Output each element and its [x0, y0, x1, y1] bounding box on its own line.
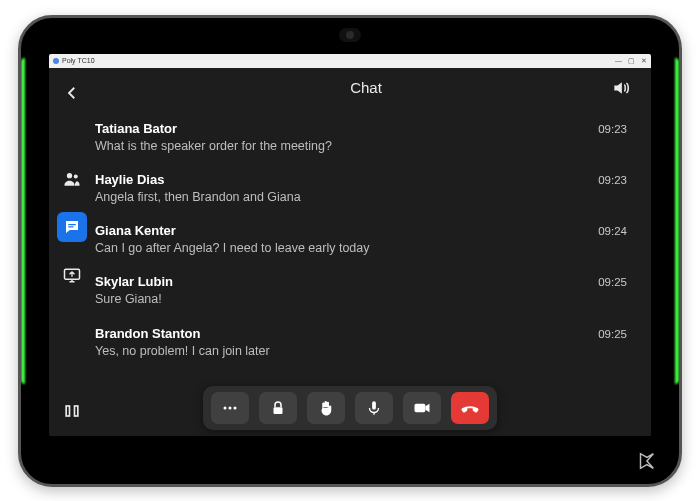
- sidebar-item-chat[interactable]: [57, 212, 87, 242]
- app: Chat Tatiana BatorWhat is the speaker or…: [49, 68, 651, 436]
- message-time: 09:25: [598, 326, 633, 340]
- message-row[interactable]: Brandon StantonYes, no problem! I can jo…: [95, 317, 637, 368]
- call-toolbar: [203, 386, 497, 430]
- svg-rect-11: [372, 401, 376, 409]
- led-left: [21, 58, 25, 384]
- svg-point-9: [234, 406, 237, 409]
- message-text: Can I go after Angela? I need to leave e…: [95, 240, 370, 256]
- message-sender: Skylar Lubin: [95, 274, 173, 289]
- message-row[interactable]: Skylar LubinSure Giana!09:25: [95, 265, 637, 316]
- svg-rect-3: [68, 226, 73, 227]
- message-text: Angela first, then Brandon and Giana: [95, 189, 301, 205]
- chat-icon: [63, 218, 81, 236]
- message-sender: Haylie Dias: [95, 172, 301, 187]
- header: Chat: [95, 68, 637, 108]
- svg-rect-10: [274, 407, 283, 414]
- layout-icon: [62, 401, 82, 421]
- message-time: 09:23: [598, 121, 633, 135]
- lock-button[interactable]: [259, 392, 297, 424]
- app-icon: [53, 58, 59, 64]
- share-screen-icon: [62, 265, 82, 285]
- led-right: [675, 58, 679, 384]
- volume-icon: [611, 78, 631, 98]
- volume-button[interactable]: [605, 78, 637, 98]
- message-sender: Tatiana Bator: [95, 121, 332, 136]
- screen: Poly TC10 — ▢ ✕: [49, 54, 651, 436]
- message-row[interactable]: Haylie DiasAngela first, then Brandon an…: [95, 163, 637, 214]
- arrow-left-icon: [63, 84, 81, 102]
- camera-icon: [412, 398, 432, 418]
- lock-icon: [269, 399, 287, 417]
- window-minimize[interactable]: —: [615, 57, 622, 65]
- message-text: Sure Giana!: [95, 291, 173, 307]
- page-title: Chat: [350, 79, 382, 96]
- people-icon: [62, 169, 82, 189]
- back-button[interactable]: [57, 78, 87, 108]
- more-button[interactable]: [211, 392, 249, 424]
- svg-point-7: [224, 406, 227, 409]
- brand-logo: [635, 450, 657, 472]
- main: Chat Tatiana BatorWhat is the speaker or…: [95, 68, 651, 436]
- mic-icon: [365, 399, 383, 417]
- message-time: 09:24: [598, 223, 633, 237]
- svg-rect-5: [66, 406, 69, 416]
- svg-rect-6: [75, 406, 78, 416]
- end-call-button[interactable]: [451, 392, 489, 424]
- svg-point-0: [67, 173, 72, 178]
- svg-rect-12: [415, 403, 426, 411]
- window-titlebar: Poly TC10 — ▢ ✕: [49, 54, 651, 68]
- sidebar-item-share[interactable]: [57, 260, 87, 290]
- svg-point-8: [229, 406, 232, 409]
- message-time: 09:23: [598, 172, 633, 186]
- more-icon: [220, 398, 240, 418]
- window-title: Poly TC10: [62, 57, 95, 64]
- svg-rect-2: [68, 224, 76, 225]
- message-text: What is the speaker order for the meetin…: [95, 138, 332, 154]
- window-close[interactable]: ✕: [641, 57, 647, 65]
- window-maximize[interactable]: ▢: [628, 57, 635, 65]
- raise-hand-icon: [317, 399, 335, 417]
- svg-point-1: [74, 174, 78, 178]
- message-sender: Brandon Stanton: [95, 326, 270, 341]
- sidebar-item-layout[interactable]: [57, 396, 87, 426]
- message-row[interactable]: Giana KenterCan I go after Angela? I nee…: [95, 214, 637, 265]
- message-text: Yes, no problem! I can join later: [95, 343, 270, 359]
- device-camera: [339, 28, 361, 42]
- device-frame: Poly TC10 — ▢ ✕: [18, 15, 682, 487]
- sidebar: [49, 68, 95, 436]
- mic-button[interactable]: [355, 392, 393, 424]
- message-sender: Giana Kenter: [95, 223, 370, 238]
- message-row[interactable]: Tatiana BatorWhat is the speaker order f…: [95, 112, 637, 163]
- sidebar-item-people[interactable]: [57, 164, 87, 194]
- camera-button[interactable]: [403, 392, 441, 424]
- end-call-icon: [459, 397, 481, 419]
- message-time: 09:25: [598, 274, 633, 288]
- raise-hand-button[interactable]: [307, 392, 345, 424]
